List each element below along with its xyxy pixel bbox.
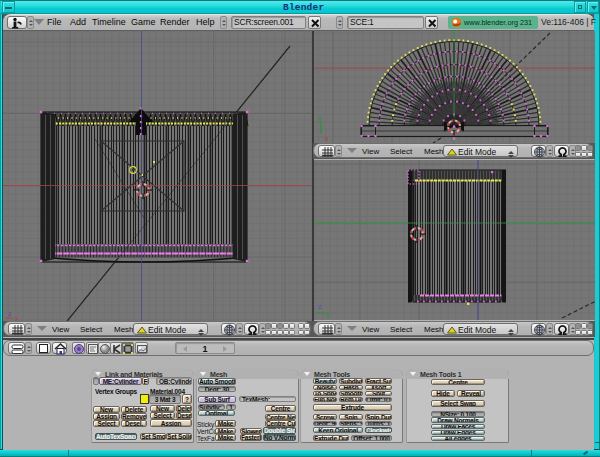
svg-text:z: z <box>8 310 12 317</box>
svg-text:y: y <box>326 310 330 318</box>
svg-text:y: y <box>318 114 322 122</box>
svg-text:x: x <box>325 135 329 142</box>
svg-text:z: z <box>318 303 322 310</box>
